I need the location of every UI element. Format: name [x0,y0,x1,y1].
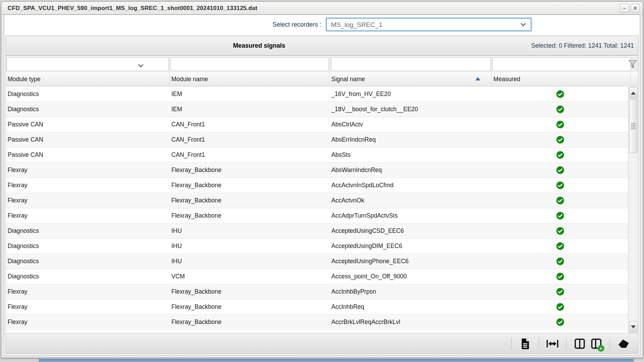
measured-cell [492,315,628,330]
check-circle-icon [556,136,564,144]
module-type-cell: Passive CAN [6,147,170,162]
column-header-module-name[interactable]: Module name [170,72,330,86]
module-name-cell: Flexray_Backbone [170,163,330,178]
module-name-cell: CAN_Front1 [170,132,330,147]
signal-name-cell: AcceptedUsingCSD_EEC6 [330,223,492,238]
table-row[interactable]: DiagnosticsIEM_16V_from_HV_EE20 [6,87,628,102]
module-type-cell: Diagnostics [6,223,170,238]
funnel-icon [628,59,637,69]
module-name-cell: Flexray_Backbone [170,208,330,223]
column-header-measured[interactable]: Measured [492,72,631,86]
measured-cell [492,178,628,193]
module-type-cell: Flexray [6,315,170,330]
check-circle-icon [556,303,564,311]
minimize-button[interactable]: – [620,4,629,13]
signal-selection-window: CFD_SPA_VCU1_PHEV_590_import1_MS_log_SRE… [1,1,643,358]
table-row-partial[interactable] [6,330,628,333]
signal-name-cell: AbsCtrlActv [330,117,492,132]
module-name-cell: Flexray_Backbone [170,284,330,299]
module-name-cell: Flexray_Backbone [170,178,330,193]
filter-input-signal-name[interactable] [331,57,491,71]
module-type-cell: Flexray [6,178,170,193]
module-type-cell: Diagnostics [6,239,170,254]
add-column-button[interactable]: + [589,337,603,351]
report-file-icon [521,338,530,349]
recorder-label: Select recorders : [273,21,321,28]
measured-cell [492,208,628,223]
toolbar-separator [511,337,512,350]
module-type-cell: Flexray [6,299,170,314]
filter-apply-button[interactable] [627,59,638,70]
check-circle-icon [556,197,564,204]
filter-select-measured[interactable] [492,57,631,71]
table-row[interactable]: DiagnosticsIHUAcceptedUsingPhone_EEC6 [6,254,628,269]
close-button[interactable]: ✕ [631,4,640,13]
module-type-cell: Diagnostics [6,102,170,117]
module-name-cell: IHU [170,223,330,238]
module-name-cell: Flexray_Backbone [170,193,330,208]
toolbar-separator [610,337,610,350]
signal-name-cell: AccActvnOk [330,193,492,208]
module-type-cell: Diagnostics [6,269,170,284]
module-type-cell: Flexray [6,193,170,208]
recorder-row: Select recorders : MS_log_SREC_1 [4,15,640,35]
signal-name-cell: _16V_from_HV_EE20 [330,87,492,102]
fit-column-width-button[interactable] [546,337,559,351]
report-file-button[interactable] [518,337,532,351]
column-header-signal-name[interactable]: Signal name [330,72,492,86]
window-title: CFD_SPA_VCU1_PHEV_590_import1_MS_log_SRE… [8,5,257,12]
check-circle-icon [556,288,564,296]
check-circle-icon [556,166,564,174]
table-row[interactable]: FlexrayFlexray_BackboneAccAdprTurnSpdAct… [6,208,628,223]
scroll-down-button[interactable] [629,321,637,332]
module-type-cell: Flexray [6,208,170,223]
module-type-cell: Flexray [6,163,170,178]
vertical-scrollbar[interactable] [628,87,638,333]
filter-input-module-type[interactable] [7,57,169,71]
check-circle-icon [556,242,564,250]
measured-cell [492,284,628,299]
check-circle-icon [556,227,564,235]
fit-column-width-icon [546,340,559,348]
module-type-cell: Passive CAN [6,132,170,147]
table-row[interactable]: DiagnosticsIHUAcceptedUsingDIM_EEC6 [6,239,628,254]
measured-cell [492,254,628,269]
table-row[interactable]: FlexrayFlexray_BackboneAccActvnInSpdLoCf… [6,178,628,193]
table-row[interactable]: DiagnosticsIEM_18V__boost_for_clutch__EE… [6,102,628,117]
measured-cell [492,269,628,284]
eraser-icon [618,339,629,348]
signal-name-cell: _18V__boost_for_clutch__EE20 [330,102,492,117]
table-row[interactable]: DiagnosticsVCMAccess_point_On_Off_9000 [6,269,628,284]
two-columns-button[interactable] [573,337,587,351]
signal-name-cell: AbsSts [330,147,492,162]
scrollbar-thumb[interactable] [629,99,637,153]
table-row[interactable]: DiagnosticsIHUAcceptedUsingCSD_EEC6 [6,223,628,239]
module-type-cell: Passive CAN [6,117,170,132]
column-header-module-type[interactable]: Module type [6,72,170,86]
check-circle-icon [556,318,564,326]
table-row[interactable]: Passive CANCAN_Front1AbsCtrlActv [6,117,628,132]
measured-cell [492,147,628,162]
titlebar[interactable]: CFD_SPA_VCU1_PHEV_590_import1_MS_log_SRE… [1,2,643,15]
filter-input-module-name[interactable] [170,57,329,71]
table-row[interactable]: FlexrayFlexray_BackboneAccInhbReq [6,299,628,315]
signal-name-cell: AccInhbByPrpsn [330,284,492,299]
scroll-up-button[interactable] [629,87,637,98]
eraser-button[interactable] [617,337,631,351]
measured-cell [492,193,628,208]
table-row[interactable]: Passive CANCAN_Front1AbsErrIndcnReq [6,132,628,147]
grip-icon [631,122,636,130]
signal-name-cell: AcceptedUsingDIM_EEC6 [330,239,492,254]
module-name-cell: IEM [170,102,330,117]
recorder-select[interactable]: MS_log_SREC_1 [326,18,531,31]
table-row[interactable]: FlexrayFlexray_BackboneAccActvnOk [6,193,628,208]
table-row[interactable]: FlexrayFlexray_BackboneAccInhbByPrpsn [6,284,628,299]
check-circle-icon [556,273,564,280]
table-row[interactable]: FlexrayFlexray_BackboneAbsWarnIndcnReq [6,163,628,178]
arrow-down-icon [631,325,636,328]
measured-cell [492,102,628,117]
measured-cell [492,87,628,102]
signal-name-cell: AccInhbReq [330,299,492,314]
table-row[interactable]: Passive CANCAN_Front1AbsSts [6,147,628,163]
table-row[interactable]: FlexrayFlexray_BackboneAccrBrkLvlReqAccr… [6,315,628,330]
